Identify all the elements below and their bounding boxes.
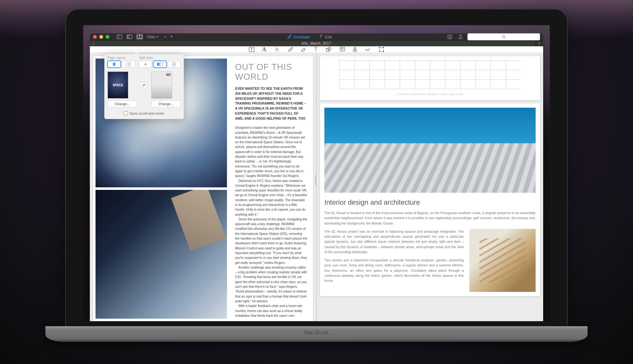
svg-point-7 (502, 36, 505, 38)
annotate-mode-button[interactable]: Annotate (287, 35, 310, 39)
svg-rect-3 (128, 36, 129, 38)
import-icon[interactable] (446, 33, 454, 40)
laptop-brand: MacBook (304, 329, 329, 336)
tab-title[interactable]: Arts_March_2017 (97, 41, 535, 46)
split-view-heading: Split View (139, 56, 181, 60)
pen-icon[interactable] (287, 46, 294, 53)
article-body-p2: Delivered on HTC Vive, Home was created … (235, 179, 307, 217)
svg-rect-22 (157, 63, 160, 66)
architecture-para2: The QL House project was an exercise in … (324, 229, 464, 254)
swap-documents-button[interactable] (141, 82, 148, 88)
article-body-p4: Another challenge was avoiding uncanny v… (235, 265, 307, 304)
fullscreen-button[interactable] (106, 35, 109, 39)
sync-scroll-checkbox[interactable] (124, 111, 128, 115)
selection-icon[interactable] (378, 46, 385, 53)
svg-rect-14 (380, 48, 383, 51)
text-tool-icon[interactable]: T (313, 46, 319, 53)
double-page-layout-button[interactable] (122, 61, 135, 68)
right-document-page-top: COMPUTERARTS.CREATIVEBLOQ.COM (320, 56, 540, 100)
svg-rect-19 (113, 63, 115, 66)
left-doc-thumbnail: SPACE (107, 71, 128, 99)
sync-scroll-label: Sync scroll and zoom (130, 111, 164, 115)
zoom-in-button[interactable]: + (170, 34, 173, 40)
split-view-popover: Page Layout (104, 54, 184, 119)
svg-point-15 (379, 47, 380, 48)
sidebar-toggle-icon[interactable] (116, 33, 123, 40)
split-vertical-button[interactable] (168, 61, 181, 68)
share-icon[interactable] (457, 33, 464, 40)
svg-rect-12 (340, 47, 345, 51)
close-button[interactable] (93, 35, 97, 39)
architecture-title: Interior design and architecture (324, 198, 536, 207)
text-style-icon[interactable] (248, 46, 255, 53)
font-regular-icon[interactable]: A (274, 46, 280, 53)
article-body-p5: With a haptic feedback chair and a heart… (235, 304, 307, 318)
minimize-button[interactable] (99, 35, 103, 39)
camera (315, 16, 318, 20)
svg-rect-21 (129, 63, 131, 66)
architecture-photo (324, 108, 536, 193)
svg-rect-25 (172, 65, 176, 66)
earth-satellite-image (96, 190, 227, 319)
page-layout-icon[interactable] (126, 33, 133, 40)
zoom-dropdown[interactable]: 70% (147, 35, 159, 39)
add-tab-button[interactable]: + (535, 41, 543, 46)
svg-point-18 (383, 51, 384, 52)
document-view: OUT OF THIS WORLD EVER WANTED TO SEE THE… (90, 53, 543, 321)
annotate-label: Annotate (293, 35, 310, 39)
zoom-out-button[interactable]: − (164, 34, 167, 40)
page-layout-heading: Page Layout (107, 56, 135, 60)
edit-label: Edit (325, 35, 332, 39)
search-input[interactable] (467, 33, 540, 40)
split-horizontal-button[interactable] (153, 61, 166, 68)
svg-rect-20 (126, 63, 128, 66)
shapes-icon[interactable] (325, 46, 332, 53)
eraser-icon[interactable] (300, 46, 306, 53)
app-window: 70% − + Annotate Edit (90, 33, 543, 321)
svg-point-17 (379, 51, 380, 52)
article-lede: EVER WANTED TO SEE THE EARTH FROM 250 MI… (235, 86, 307, 121)
change-left-doc-button[interactable]: Change... (107, 100, 137, 107)
zoom-value: 70% (147, 35, 155, 39)
laptop-base: MacBook (45, 326, 588, 342)
signature-icon[interactable] (364, 46, 371, 53)
svg-point-13 (354, 47, 356, 49)
svg-point-11 (328, 47, 331, 50)
article-body-p1: Designed to inspire the next generation … (235, 125, 307, 178)
note-icon[interactable] (339, 46, 346, 53)
screen: 70% − + Annotate Edit (83, 25, 550, 321)
edit-mode-button[interactable]: Edit (319, 35, 332, 39)
right-document-page-bottom: Interior design and architecture The QL … (320, 103, 540, 296)
svg-rect-0 (117, 35, 122, 39)
page-caption: COMPUTERARTS.CREATIVEBLOQ.COM (323, 93, 537, 96)
svg-rect-24 (172, 62, 176, 64)
window-controls (93, 35, 109, 39)
article-title: OUT OF THIS WORLD (235, 62, 307, 82)
screen-bezel: 70% − + Annotate Edit (66, 9, 567, 327)
titlebar: 70% − + Annotate Edit (90, 33, 543, 40)
tab-bar: × Arts_March_2017 + (90, 40, 543, 46)
article-body-p3: Given the autonomy of the player, naviga… (235, 217, 307, 265)
right-pane[interactable]: COMPUTERARTS.CREATIVEBLOQ.COM Interior d… (317, 53, 543, 321)
staircase-image (469, 229, 536, 292)
split-view-icon[interactable] (136, 33, 143, 40)
svg-line-8 (504, 37, 505, 38)
svg-point-16 (383, 47, 384, 48)
single-page-layout-button[interactable] (107, 61, 121, 68)
right-doc-thumbnail: AR (151, 71, 172, 99)
svg-rect-23 (160, 63, 163, 66)
close-tab-button[interactable]: × (90, 41, 97, 46)
annotation-toolbar: A A T (90, 46, 543, 53)
architecture-para3: Two stories and a basement encapsulate a… (324, 258, 464, 283)
laptop-frame: 70% − + Annotate Edit (45, 9, 588, 356)
split-none-button[interactable]: A (139, 61, 152, 68)
architecture-para1: The QL House is located in one of the mo… (324, 210, 536, 226)
architecture-elevation-drawing (339, 59, 521, 89)
stamp-icon[interactable] (352, 46, 358, 53)
change-right-doc-button[interactable]: Change... (151, 100, 181, 107)
font-bold-icon[interactable]: A (261, 46, 267, 53)
